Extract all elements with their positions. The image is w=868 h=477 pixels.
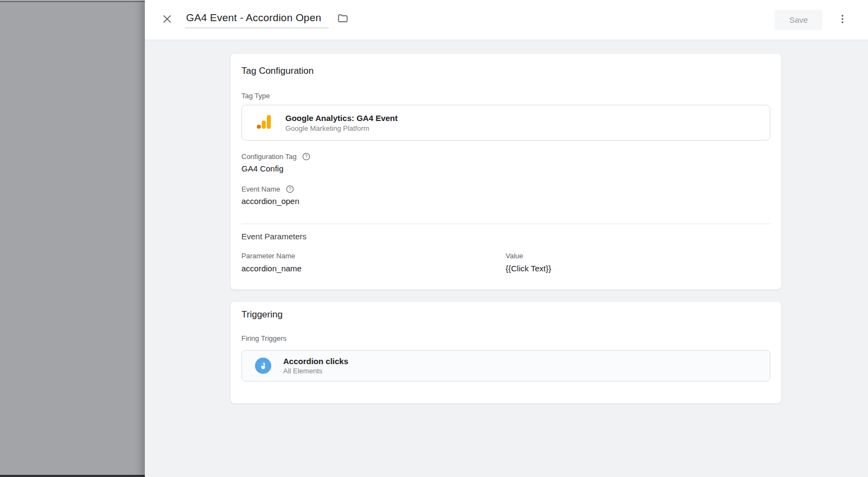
trigger-text: Accordion clicks All Elements <box>283 357 348 375</box>
configuration-tag-label: Configuration Tag <box>241 152 297 161</box>
folder-button[interactable] <box>337 12 348 26</box>
event-name-field: Event Name ? accordion_open <box>241 185 770 206</box>
help-icon[interactable]: ? <box>285 185 295 194</box>
event-name-label: Event Name <box>241 185 280 193</box>
tag-editor-panel: GA4 Event - Accordion Open Save <box>145 0 868 477</box>
tag-type-label: Tag Type <box>241 92 770 100</box>
editor-content: Tag Configuration Tag Type Google Analyt… <box>145 40 868 404</box>
help-icon[interactable]: ? <box>302 152 311 161</box>
trigger-row[interactable]: Accordion clicks All Elements <box>241 350 770 381</box>
event-parameters-table: Parameter Name accordion_name Value {{Cl… <box>241 252 770 273</box>
configuration-tag-value: GA4 Config <box>241 164 770 173</box>
tag-configuration-card[interactable]: Tag Configuration Tag Type Google Analyt… <box>230 53 782 290</box>
parameter-value-value: {{Click Text}} <box>506 264 770 273</box>
google-analytics-icon <box>256 113 273 132</box>
tag-type-name: Google Analytics: GA4 Event <box>285 113 398 123</box>
configuration-tag-field: Configuration Tag ? GA4 Config <box>241 152 770 173</box>
tag-name-field[interactable]: GA4 Event - Accordion Open <box>185 12 329 28</box>
parameter-name-value: accordion_name <box>241 264 506 273</box>
triggering-title: Triggering <box>241 309 770 320</box>
tag-type-text: Google Analytics: GA4 Event Google Marke… <box>285 113 398 132</box>
click-trigger-icon <box>255 358 271 374</box>
trigger-type: All Elements <box>283 367 348 375</box>
section-divider <box>241 224 770 224</box>
triggering-card[interactable]: Triggering Firing Triggers Accordion cli… <box>230 301 782 404</box>
close-button[interactable] <box>161 13 173 27</box>
value-header: Value <box>506 252 770 260</box>
parameter-value-column: Value {{Click Text}} <box>506 252 770 273</box>
tag-configuration-title: Tag Configuration <box>241 66 770 77</box>
page-title: GA4 Event - Accordion Open <box>186 12 321 23</box>
trigger-name: Accordion clicks <box>283 357 348 366</box>
folder-icon <box>337 12 348 26</box>
svg-text:?: ? <box>289 187 291 192</box>
kebab-menu-icon <box>837 13 848 27</box>
save-button[interactable]: Save <box>775 10 822 30</box>
dialog-backdrop[interactable] <box>0 0 145 477</box>
tag-type-vendor: Google Marketing Platform <box>285 124 398 132</box>
close-icon <box>161 13 173 27</box>
parameter-name-header: Parameter Name <box>241 252 506 260</box>
svg-text:?: ? <box>305 154 308 159</box>
event-name-value: accordion_open <box>241 196 770 206</box>
parameter-name-column: Parameter Name accordion_name <box>241 252 506 273</box>
editor-header: GA4 Event - Accordion Open Save <box>145 0 868 40</box>
event-parameters-title: Event Parameters <box>241 232 770 241</box>
firing-triggers-label: Firing Triggers <box>241 334 770 342</box>
more-menu-button[interactable] <box>837 13 848 27</box>
tag-type-selector[interactable]: Google Analytics: GA4 Event Google Marke… <box>241 105 770 141</box>
